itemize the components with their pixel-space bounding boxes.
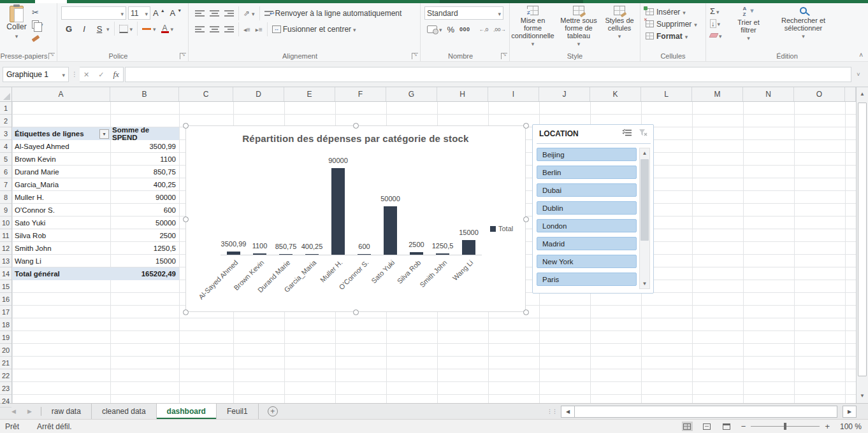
align-middle-button[interactable] <box>207 8 222 18</box>
cut-button[interactable] <box>31 7 45 17</box>
zoom-out-button[interactable] <box>741 422 746 431</box>
copy-button[interactable] <box>31 19 45 29</box>
column-header-h[interactable]: H <box>437 87 488 101</box>
scroll-up-icon[interactable]: ▲ <box>640 148 649 158</box>
scroll-down-icon[interactable]: ▼ <box>640 279 649 288</box>
dialog-launcher-icon[interactable] <box>180 53 186 59</box>
align-center-button[interactable] <box>207 24 222 34</box>
sort-filter-button[interactable]: AZ Trier et filtrer <box>727 3 770 42</box>
delete-cells-button[interactable]: Supprimer <box>643 18 705 30</box>
autosum-button[interactable] <box>710 6 722 17</box>
chart-bar-smith-john[interactable] <box>436 253 449 255</box>
pivot-row[interactable]: Durand Marie850,75 <box>12 166 179 178</box>
horizontal-scrollbar[interactable]: ◀ ▶ <box>561 404 857 419</box>
insert-cells-button[interactable]: Insérer <box>643 6 705 18</box>
insert-function-button[interactable]: fx <box>113 69 119 80</box>
enter-icon[interactable] <box>98 70 104 79</box>
chart-bar-brown-kevin[interactable] <box>253 253 266 255</box>
dialog-launcher-icon[interactable] <box>412 53 418 59</box>
row-header-2[interactable]: 2 <box>0 115 11 127</box>
clear-button[interactable] <box>710 30 722 41</box>
slicer-item-paris[interactable]: Paris <box>537 273 637 286</box>
dialog-launcher-icon[interactable] <box>501 53 507 59</box>
row-header-12[interactable]: 12 <box>0 242 11 255</box>
column-header-c[interactable]: C <box>179 87 233 101</box>
row-header-21[interactable]: 21 <box>0 357 11 369</box>
percent-style-button[interactable]: % <box>445 24 458 36</box>
sheet-tab-raw-data[interactable]: raw data <box>41 404 92 419</box>
chart-bar-wang-li[interactable] <box>462 240 475 255</box>
row-header-10[interactable]: 10 <box>0 216 11 229</box>
column-header-n[interactable]: N <box>743 87 794 101</box>
collapse-ribbon-icon[interactable]: ˄ <box>859 52 863 59</box>
row-header-24[interactable]: 24 <box>0 395 11 408</box>
slicer-item-london[interactable]: London <box>537 219 637 232</box>
page-layout-view-button[interactable] <box>702 422 712 431</box>
font-color-button[interactable]: A <box>159 23 177 34</box>
conditional-formatting-button[interactable]: Mise en forme conditionnelle <box>510 3 556 48</box>
scrollbar-thumb[interactable] <box>858 103 867 376</box>
slicer-item-berlin[interactable]: Berlin <box>537 166 637 179</box>
borders-button[interactable] <box>117 23 136 34</box>
zoom-slider-thumb[interactable] <box>784 423 786 430</box>
align-bottom-button[interactable] <box>222 8 236 18</box>
pivot-row[interactable]: Al-Sayed Ahmed3500,99 <box>12 140 179 153</box>
fill-color-button[interactable] <box>140 23 159 34</box>
font-name-select[interactable] <box>61 6 126 20</box>
row-header-8[interactable]: 8 <box>0 191 11 204</box>
pivot-row[interactable]: Wang Li15000 <box>12 255 179 267</box>
pivot-row[interactable]: Smith John1250,5 <box>12 242 179 255</box>
selection-handle[interactable] <box>353 309 359 315</box>
chart[interactable]: Répartition des dépenses par catégorie d… <box>185 125 526 312</box>
zoom-in-button[interactable] <box>825 422 830 431</box>
pivot-row[interactable]: Silva Rob2500 <box>12 229 179 242</box>
slicer-item-dubai[interactable]: Dubai <box>537 183 637 197</box>
column-header-j[interactable]: J <box>539 87 590 101</box>
pivot-row[interactable]: Brown Kevin1100 <box>12 153 179 166</box>
tab-scroll-left-icon[interactable]: ◀ <box>11 408 16 415</box>
row-header-7[interactable]: 7 <box>0 178 11 191</box>
slicer-item-beijing[interactable]: Beijing <box>537 148 637 161</box>
bold-button[interactable]: G <box>61 23 76 35</box>
wrap-text-button[interactable]: Renvoyer à la ligne automatiquement <box>262 8 405 19</box>
row-header-19[interactable]: 19 <box>0 331 11 344</box>
column-header-a[interactable]: A <box>12 87 110 101</box>
tab-scroll-right-icon[interactable]: ▶ <box>27 408 32 415</box>
format-painter-button[interactable] <box>31 31 45 41</box>
format-cells-button[interactable]: Format <box>643 30 705 42</box>
name-box[interactable]: Graphique 1 <box>3 67 69 82</box>
column-header-d[interactable]: D <box>233 87 284 101</box>
find-select-button[interactable]: Rechercher et sélectionner <box>770 3 837 40</box>
scrollbar-thumb[interactable] <box>640 159 649 241</box>
sheet-tab-dashboard[interactable]: dashboard <box>157 404 217 419</box>
pivot-row[interactable]: Muller H.90000 <box>12 191 179 204</box>
paste-button[interactable]: Coller <box>3 6 31 41</box>
row-header-23[interactable]: 23 <box>0 382 11 395</box>
pivot-row[interactable]: O'Connor S.600 <box>12 204 179 216</box>
filter-dropdown-icon[interactable] <box>99 129 109 139</box>
column-header-b[interactable]: B <box>110 87 179 101</box>
multi-select-icon[interactable] <box>622 129 632 137</box>
align-top-button[interactable] <box>192 8 207 18</box>
normal-view-button[interactable] <box>682 422 693 431</box>
row-header-16[interactable]: 16 <box>0 293 11 306</box>
row-header-5[interactable]: 5 <box>0 153 11 166</box>
grow-font-button[interactable]: A▲ <box>150 8 168 18</box>
formula-input[interactable] <box>125 67 851 82</box>
chart-bar-durand-marie[interactable] <box>279 254 293 255</box>
column-header-o[interactable]: O <box>794 87 845 101</box>
selection-handle[interactable] <box>523 309 529 315</box>
scroll-down-icon[interactable]: ▼ <box>857 390 868 402</box>
chart-bar-garcia-maria[interactable] <box>305 254 319 255</box>
expand-formula-bar-icon[interactable]: ˅ <box>851 71 865 78</box>
selection-handle[interactable] <box>183 309 189 315</box>
row-header-13[interactable]: 13 <box>0 255 11 267</box>
pivot-row[interactable]: Garcia_Maria400,25 <box>12 178 179 191</box>
orientation-button[interactable] <box>241 8 257 19</box>
grid-body[interactable]: 123456789101112131415161718192021222324 … <box>0 102 856 403</box>
pivot-row[interactable]: Sato Yuki50000 <box>12 216 179 229</box>
chart-bar-al-sayed-ahmed[interactable] <box>227 252 240 255</box>
selection-handle[interactable] <box>183 123 189 129</box>
align-left-button[interactable] <box>192 24 207 34</box>
row-header-20[interactable]: 20 <box>0 344 11 357</box>
